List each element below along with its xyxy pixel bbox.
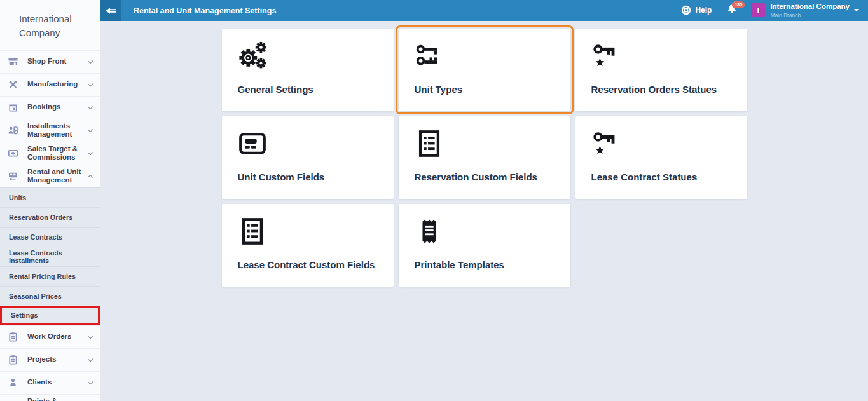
topbar: Rental and Unit Management Settings Help…: [100, 0, 868, 21]
chevron-up-icon: [88, 175, 93, 180]
subitem-label: Rental Pricing Rules: [9, 273, 76, 280]
settings-card-lease-contract-custom-fields[interactable]: Lease Contract Custom Fields: [222, 204, 394, 287]
menu-fold-icon: [106, 6, 117, 15]
card-label: Unit Custom Fields: [238, 172, 325, 182]
sidebar-item-label: Work Orders: [27, 332, 83, 341]
page-title: Rental and Unit Management Settings: [134, 6, 276, 15]
key-star-icon: [591, 129, 747, 158]
sidebar-subitem-lease-contracts[interactable]: Lease Contracts: [0, 227, 100, 247]
list-box-icon: [238, 217, 394, 246]
keys-icon: [415, 41, 570, 71]
card-label: Unit Types: [415, 84, 463, 95]
card-label: Lease Contract Custom Fields: [238, 259, 375, 270]
clients-icon: [8, 377, 22, 388]
sidebar-item-label: Clients: [27, 378, 83, 386]
subitem-label: Lease Contracts Installments: [9, 249, 93, 264]
list-box-icon: [415, 129, 570, 158]
sidebar-item-label: Shop Front: [27, 57, 83, 65]
tools-icon: [8, 79, 22, 90]
settings-card-general-settings[interactable]: General Settings: [222, 29, 394, 111]
topbar-actions: Help 185 I International Company Main Br…: [681, 3, 868, 18]
settings-card-printable-templates[interactable]: Printable Templates: [399, 204, 570, 287]
sidebar-subitem-reservation-orders[interactable]: Reservation Orders: [0, 207, 100, 227]
sidebar-item-label: Manufacturing: [27, 80, 83, 88]
settings-card-reservation-orders-statues[interactable]: Reservation Orders Statues: [575, 29, 747, 111]
chevron-down-icon: [88, 81, 93, 86]
sidebar-item-manufacturing[interactable]: Manufacturing: [0, 73, 100, 96]
notification-badge: 185: [732, 1, 745, 8]
chevron-down-icon: [88, 58, 93, 63]
chevron-down-icon: [88, 379, 93, 384]
card-label: Reservation Orders Statues: [591, 84, 717, 95]
sidebar-item-shop-front[interactable]: Shop Front: [0, 50, 100, 73]
sidebar-item-label: Sales Target & Commissions: [27, 145, 83, 161]
chevron-down-icon: [88, 104, 93, 109]
chevron-down-icon: [88, 333, 93, 338]
sidebar-subitem-rental-pricing-rules[interactable]: Rental Pricing Rules: [0, 266, 100, 286]
sidebar-item-work-orders[interactable]: Work Orders: [0, 325, 100, 348]
clipboard-icon: [8, 332, 22, 342]
sidebar-item-installments-management[interactable]: Installments Management: [0, 119, 100, 142]
rental-unit-submenu: Units Reservation Orders Lease Contracts…: [0, 187, 100, 325]
sidebar-company-title: International Company: [0, 0, 100, 50]
chevron-down-icon: [88, 356, 93, 361]
sidebar-subitem-lease-contracts-installments[interactable]: Lease Contracts Installments: [0, 247, 100, 266]
avatar[interactable]: I: [751, 3, 765, 17]
sidebar-item-label: Rental and Unit Management: [27, 168, 83, 184]
billboard-icon: [238, 129, 394, 158]
sidebar-item-projects[interactable]: Projects: [0, 348, 100, 371]
company-selector-text: International Company Main Branch: [770, 3, 850, 18]
sidebar-item-label: Points & Credits: [27, 397, 83, 401]
sidebar-item-label: Bookings: [27, 103, 83, 111]
company-name: International Company: [770, 3, 850, 11]
sidebar-subitem-seasonal-prices[interactable]: Seasonal Prices: [0, 286, 100, 306]
card-label: General Settings: [238, 84, 313, 95]
sidebar-item-rental-and-unit-management[interactable]: Rental and Unit Management: [0, 165, 100, 187]
subitem-label: Units: [9, 194, 26, 201]
card-label: Reservation Custom Fields: [415, 172, 537, 182]
lifebuoy-icon: [681, 5, 691, 15]
gears-icon: [238, 41, 394, 71]
help-label: Help: [695, 6, 712, 15]
sidebar: International Company Shop Front Manufac…: [0, 0, 100, 401]
chevron-down-icon: [88, 149, 93, 154]
subitem-label: Reservation Orders: [9, 214, 72, 221]
help-button[interactable]: Help: [681, 5, 712, 15]
company-selector[interactable]: International Company Main Branch: [770, 3, 859, 18]
settings-card-unit-types[interactable]: Unit Types: [399, 29, 570, 111]
chevron-down-icon: [88, 126, 93, 132]
calendar-icon: [8, 102, 22, 112]
clipboard-icon: [8, 355, 22, 365]
settings-card-reservation-custom-fields[interactable]: Reservation Custom Fields: [399, 116, 570, 199]
notifications-button[interactable]: 185: [727, 4, 737, 17]
sidebar-subitem-units[interactable]: Units: [0, 187, 100, 207]
branch-name: Main Branch: [770, 12, 850, 18]
subitem-label: Settings: [11, 311, 38, 319]
cash-icon: [8, 148, 22, 158]
sidebar-item-label: Projects: [27, 355, 83, 364]
main-content: General Settings Unit Types: [100, 21, 868, 401]
storefront-icon: [8, 57, 22, 67]
settings-card-unit-custom-fields[interactable]: Unit Custom Fields: [222, 116, 394, 199]
card-label: Printable Templates: [415, 259, 504, 270]
sidebar-collapse-button[interactable]: [100, 0, 121, 21]
rental-unit-icon: [8, 171, 22, 181]
settings-card-lease-contract-statues[interactable]: Lease Contract Statues: [575, 116, 747, 199]
sidebar-item-bookings[interactable]: Bookings: [0, 96, 100, 119]
sidebar-item-sales-target-commissions[interactable]: Sales Target & Commissions: [0, 142, 100, 165]
caret-down-icon: [854, 9, 859, 11]
receipt-icon: [415, 217, 570, 246]
subitem-label: Seasonal Prices: [9, 292, 62, 300]
sidebar-item-points-credits[interactable]: Points & Credits: [0, 394, 100, 401]
installments-icon: [8, 125, 22, 135]
sidebar-item-clients[interactable]: Clients: [0, 371, 100, 394]
card-label: Lease Contract Statues: [591, 172, 698, 182]
sidebar-item-label: Installments Management: [27, 122, 83, 139]
sidebar-subitem-settings[interactable]: Settings: [0, 306, 100, 325]
key-star-icon: [591, 41, 747, 71]
subitem-label: Lease Contracts: [9, 233, 62, 241]
settings-card-grid: General Settings Unit Types: [222, 29, 747, 287]
